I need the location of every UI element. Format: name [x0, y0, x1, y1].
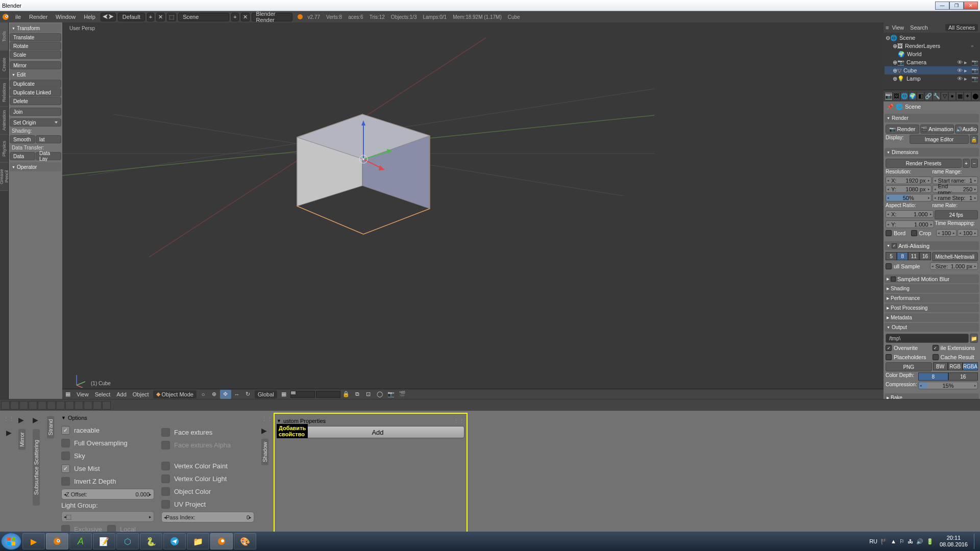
prop-tab-physics[interactable]: ⬤: [971, 92, 979, 101]
display-dropdown[interactable]: Image Editor: [910, 135, 969, 144]
bot-icon-3[interactable]: [19, 401, 28, 410]
lock-camera-icon[interactable]: 🔒: [340, 390, 352, 399]
menu-help[interactable]: Help: [80, 14, 100, 20]
menu-object[interactable]: Object: [130, 391, 152, 397]
bot-icon-6[interactable]: [47, 401, 56, 410]
full-oversampling-check[interactable]: Full Oversampling: [61, 438, 154, 448]
tab-create[interactable]: Create: [0, 51, 8, 79]
face-textures-check[interactable]: Face extures: [161, 427, 254, 438]
layout-dropdown[interactable]: Default: [118, 13, 145, 21]
crop-check[interactable]: Crop: [911, 229, 936, 237]
3d-viewport[interactable]: User Persp (1) Cube ▦ View Select Add Ob…: [62, 22, 884, 399]
tab-shadow[interactable]: Shadow: [261, 439, 268, 465]
engine-dropdown[interactable]: Blender Render: [252, 13, 292, 21]
color-rgb-button[interactable]: RGB: [948, 362, 963, 370]
tray-lang[interactable]: RU: [869, 538, 877, 544]
full-sample-check[interactable]: ull Sample: [886, 262, 929, 270]
duplicate-linked-button[interactable]: Duplicate Linked: [10, 88, 61, 96]
taskbar-app-1[interactable]: A: [69, 533, 92, 549]
menu-view[interactable]: View: [74, 391, 92, 397]
taskbar-app-2[interactable]: 📝: [93, 533, 115, 549]
maximize-button[interactable]: ❐: [949, 2, 964, 10]
drag-handle-icon[interactable]: ⋮⋮: [3, 416, 14, 422]
bot-icon-11[interactable]: [93, 401, 102, 410]
menu-add[interactable]: Add: [113, 391, 130, 397]
blender-org-icon[interactable]: [298, 14, 303, 19]
compression-field[interactable]: 15%: [918, 382, 978, 389]
placeholders-check[interactable]: Placeholders: [886, 353, 932, 361]
tray-network-icon[interactable]: 🖧: [908, 538, 913, 544]
use-mist-check[interactable]: ✓Use Mist: [61, 463, 154, 474]
panel-metadata-header[interactable]: Metadata: [885, 313, 979, 322]
border-check[interactable]: Bord: [886, 229, 910, 237]
taskbar-app-3[interactable]: ⬡: [116, 533, 139, 549]
panel-edit-header[interactable]: Edit: [10, 70, 61, 79]
drag-handle-3-icon[interactable]: ⋮⋮: [453, 418, 464, 424]
bot-icon-5[interactable]: [38, 401, 46, 410]
panel-transform-header[interactable]: Transform: [10, 23, 61, 33]
panel-performance-header[interactable]: Performance: [885, 294, 979, 303]
vertex-color-paint-check[interactable]: Vertex Color Paint: [161, 461, 254, 471]
data-button[interactable]: Data: [10, 152, 35, 160]
prop-tab-particles[interactable]: ✦: [964, 92, 971, 101]
aspect-x-field[interactable]: X:1.000: [886, 210, 934, 218]
z-offset-field[interactable]: Z Offset:0.000: [61, 489, 154, 499]
play-icon[interactable]: ▶: [6, 429, 12, 437]
play-3-icon[interactable]: ▶: [33, 416, 40, 424]
color-bw-button[interactable]: BW: [933, 362, 948, 370]
outliner-search[interactable]: Search: [907, 24, 931, 31]
set-origin-dropdown[interactable]: Set Origin: [10, 118, 61, 127]
shade-flat-button[interactable]: lat: [36, 135, 61, 143]
tray-action-center-icon[interactable]: ⚐: [899, 538, 904, 545]
add-property-button[interactable]: Add: [291, 426, 464, 438]
framerate-dropdown[interactable]: 24 fps: [935, 210, 978, 219]
panel-aa-header[interactable]: ✓Anti-Aliasing: [885, 241, 979, 250]
res-x-field[interactable]: X:1920 px: [886, 177, 932, 184]
play-4-icon[interactable]: ▶: [261, 427, 268, 435]
aa-size-field[interactable]: Size:1.000 px: [930, 262, 978, 270]
taskbar-blender[interactable]: [46, 533, 68, 549]
tab-animation[interactable]: Animation: [0, 107, 8, 135]
pass-index-field[interactable]: Pass Index:0: [161, 512, 254, 522]
preset-remove-icon[interactable]: −: [971, 159, 978, 168]
remap-old-field[interactable]: 100: [936, 229, 957, 237]
panel-shading-header[interactable]: Shading: [885, 284, 979, 293]
file-extensions-check[interactable]: ✓ile Extensions: [933, 344, 978, 352]
taskbar-explorer[interactable]: 📁: [187, 533, 209, 549]
bot-icon-10[interactable]: [84, 401, 92, 410]
menu-render[interactable]: Render: [25, 14, 52, 20]
scene-browse-icon[interactable]: ⬚: [167, 13, 176, 21]
prop-tab-material[interactable]: ●: [948, 92, 956, 101]
outliner-filter-dropdown[interactable]: All Scenes: [945, 24, 978, 31]
depth-8-button[interactable]: 8: [918, 372, 948, 381]
bot-icon-2[interactable]: [10, 401, 19, 410]
back-fwd-icon[interactable]: ⮜⮞: [101, 13, 116, 21]
tab-grease-pencil[interactable]: Grease Pencil: [0, 163, 8, 191]
manipulate-translate-icon[interactable]: ↔: [231, 390, 242, 399]
bot-icon-9[interactable]: [75, 401, 83, 410]
mode-dropdown[interactable]: ◆Object Mode: [153, 390, 197, 398]
scene-add-icon[interactable]: +: [231, 13, 238, 21]
shade-smooth-button[interactable]: Smooth: [10, 135, 35, 143]
menu-select[interactable]: Select: [92, 391, 114, 397]
snap-icon[interactable]: ⧉: [352, 390, 363, 399]
file-format-dropdown[interactable]: PNG: [886, 362, 932, 371]
cache-result-check[interactable]: Cache Result: [933, 353, 978, 361]
tray-volume-icon[interactable]: 🔊: [916, 538, 923, 545]
drag-handle-2-icon[interactable]: ⋮⋮: [261, 416, 268, 422]
pivot-icon[interactable]: ⊕: [209, 390, 220, 399]
taskbar-telegram[interactable]: [163, 533, 186, 549]
minimize-button[interactable]: —: [935, 2, 949, 10]
prop-tab-object[interactable]: ◧: [917, 92, 924, 101]
scene-del-icon[interactable]: ✕: [241, 13, 250, 21]
panel-motion-blur-header[interactable]: Sampled Motion Blur: [885, 274, 979, 283]
options-panel-header[interactable]: Options: [61, 413, 154, 423]
color-rgba-button[interactable]: RGBA: [963, 362, 978, 370]
sky-check[interactable]: Sky: [61, 450, 154, 461]
aspect-y-field[interactable]: Y:1.000: [886, 220, 934, 228]
vertex-color-light-check[interactable]: Vertex Color Light: [161, 473, 254, 484]
traceable-check[interactable]: ✓raceable: [61, 425, 154, 436]
prop-tab-constraints[interactable]: 🔗: [924, 92, 933, 101]
data-layout-button[interactable]: Data Lay: [36, 152, 61, 160]
operator-panel-header[interactable]: Operator: [10, 162, 61, 171]
